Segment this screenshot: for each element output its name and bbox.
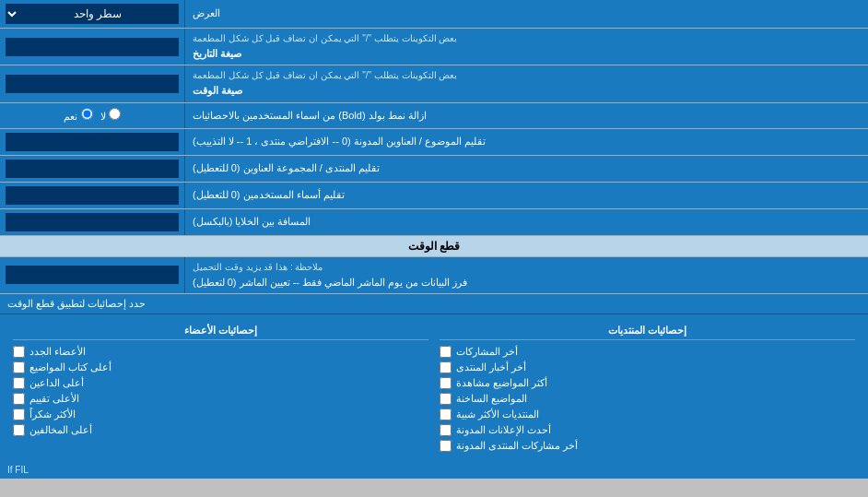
cb-top-writers[interactable]: [13, 361, 25, 373]
date-format-row: بعض التكوينات يتطلب "/" التي يمكن ان تضا…: [0, 29, 868, 65]
checkbox-item-most-viewed: أكثر المواضيع مشاهدة: [440, 375, 855, 391]
limit-row: حدد إحصائيات لتطبيق قطع الوقت: [0, 294, 868, 314]
display-label: العرض: [184, 0, 868, 28]
cell-spacing-input[interactable]: 2: [0, 209, 184, 235]
checkbox-item-latest-posts: أخر المشاركات: [440, 344, 855, 360]
cell-spacing-row: المسافة بين الخلايا (بالبكسل) 2: [0, 209, 868, 236]
bold-remove-input[interactable]: نعم لا: [0, 103, 184, 128]
topic-trim-label: تقليم الموضوع / العناوين المدونة (0 -- ا…: [184, 129, 868, 155]
checkbox-item-latest-announcements: أحدث الإعلانات المدونة: [440, 422, 855, 438]
date-format-field[interactable]: d-m: [6, 38, 179, 56]
username-trim-input[interactable]: 0: [0, 183, 184, 208]
time-format-label: بعض التكوينات يتطلب "/" التي يمكن ان تضا…: [184, 65, 868, 101]
time-format-input[interactable]: H:i: [0, 65, 184, 101]
checkbox-item-new-members: الأعضاء الجدد: [13, 344, 428, 360]
checkbox-col-forums-header: إحصائيات المنتديات: [440, 322, 855, 340]
checkbox-columns: إحصائيات المنتديات أخر المشاركات أخر أخب…: [7, 320, 861, 456]
cutoff-label: ملاحظة : هذا قد يزيد وقت التحميل فرز الب…: [184, 257, 868, 293]
main-container: العرض سطر واحد سطرين ثلاثة أسطر بعض التك…: [0, 0, 868, 479]
checkbox-item-top-inviters: أعلى الداعين: [13, 375, 428, 391]
checkbox-item-top-rated: الأعلى تقييم: [13, 391, 428, 407]
forum-trim-label: تقليم المنتدى / المجموعة العناوين (0 للت…: [184, 156, 868, 182]
cutoff-section-header: قطع الوقت: [0, 236, 868, 257]
cb-most-similar[interactable]: [440, 408, 452, 420]
radio-yes-label: نعم: [64, 108, 92, 123]
checkbox-item-forum-participations: أخر مشاركات المنتدى المدونة: [440, 438, 855, 454]
cutoff-field[interactable]: 0: [6, 266, 179, 284]
display-input[interactable]: سطر واحد سطرين ثلاثة أسطر: [0, 0, 184, 28]
radio-no[interactable]: [109, 108, 121, 120]
cell-spacing-label: المسافة بين الخلايا (بالبكسل): [184, 209, 868, 235]
bold-remove-label: ازالة نمط بولد (Bold) من اسماء المستخدمي…: [184, 103, 868, 128]
checkbox-item-forum-news: أخر أخبار المنتدى: [440, 360, 855, 375]
forum-trim-field[interactable]: 33: [6, 160, 179, 178]
cb-top-inviters[interactable]: [13, 377, 25, 389]
date-format-label: بعض التكوينات يتطلب "/" التي يمكن ان تضا…: [184, 29, 868, 65]
cb-most-viewed[interactable]: [440, 377, 452, 389]
forum-trim-input[interactable]: 33: [0, 156, 184, 182]
topic-trim-field[interactable]: 33: [6, 133, 179, 151]
cb-hot-topics[interactable]: [440, 393, 452, 405]
checkbox-item-top-writers: أعلى كتاب المواضيع: [13, 360, 428, 375]
checkbox-col-members: إحصائيات الأعضاء الأعضاء الجدد أعلى كتاب…: [7, 320, 434, 456]
radio-no-label: لا: [100, 108, 121, 123]
checkbox-item-top-violators: أعلى المخالفين: [13, 422, 428, 438]
time-format-row: بعض التكوينات يتطلب "/" التي يمكن ان تضا…: [0, 65, 868, 102]
checkbox-col-forums: إحصائيات المنتديات أخر المشاركات أخر أخب…: [434, 320, 861, 456]
checkbox-col-members-header: إحصائيات الأعضاء: [13, 322, 428, 340]
date-format-input[interactable]: d-m: [0, 29, 184, 65]
cb-new-members[interactable]: [13, 346, 25, 358]
display-select[interactable]: سطر واحد سطرين ثلاثة أسطر: [6, 4, 179, 24]
cb-most-thanked[interactable]: [13, 408, 25, 420]
cutoff-row: ملاحظة : هذا قد يزيد وقت التحميل فرز الب…: [0, 257, 868, 294]
display-row: العرض سطر واحد سطرين ثلاثة أسطر: [0, 0, 868, 29]
checkbox-item-most-thanked: الأكثر شكراً: [13, 407, 428, 422]
username-trim-label: تقليم أسماء المستخدمين (0 للتعطيل): [184, 183, 868, 208]
forum-trim-row: تقليم المنتدى / المجموعة العناوين (0 للت…: [0, 156, 868, 183]
radio-yes[interactable]: [81, 108, 93, 120]
cb-latest-posts[interactable]: [440, 346, 452, 358]
cell-spacing-field[interactable]: 2: [6, 213, 179, 231]
cutoff-input[interactable]: 0: [0, 257, 184, 293]
cb-forum-participations[interactable]: [440, 440, 452, 452]
topic-trim-row: تقليم الموضوع / العناوين المدونة (0 -- ا…: [0, 129, 868, 156]
cb-forum-news[interactable]: [440, 361, 452, 373]
checkbox-item-most-similar: المنتديات الأكثر شبية: [440, 407, 855, 422]
cb-latest-announcements[interactable]: [440, 424, 452, 436]
checkboxes-section: إحصائيات المنتديات أخر المشاركات أخر أخب…: [0, 314, 868, 461]
bold-remove-row: ازالة نمط بولد (Bold) من اسماء المستخدمي…: [0, 103, 868, 129]
topic-trim-input[interactable]: 33: [0, 129, 184, 155]
cb-top-rated[interactable]: [13, 393, 25, 405]
cb-top-violators[interactable]: [13, 424, 25, 436]
footer-text: If FIL: [0, 461, 868, 479]
checkbox-item-hot-topics: المواضيع الساخنة: [440, 391, 855, 407]
username-trim-field[interactable]: 0: [6, 186, 179, 205]
time-format-field[interactable]: H:i: [6, 75, 179, 93]
username-trim-row: تقليم أسماء المستخدمين (0 للتعطيل) 0: [0, 183, 868, 209]
